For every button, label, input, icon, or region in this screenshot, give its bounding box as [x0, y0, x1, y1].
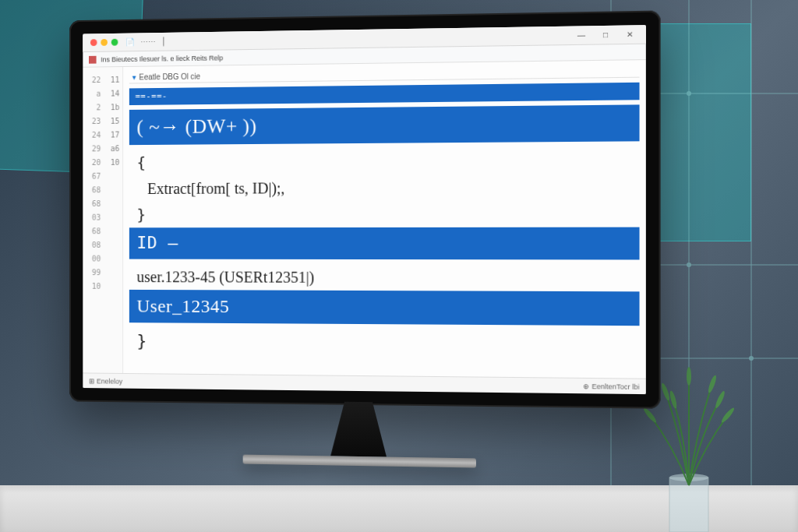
code-final-brace: } — [129, 327, 640, 360]
svg-point-16 — [720, 407, 736, 424]
screen: 📄 ⋯⋯ ⎮ — □ ✕ Ins Bieutecs Ilesuer ls. e … — [83, 25, 646, 394]
code-id-label: ID – — [129, 227, 640, 259]
line-number: 14 — [104, 87, 122, 101]
statusbar-right[interactable]: ⊕ EenltenTocr lbi — [584, 382, 640, 390]
menubar-text[interactable]: Ins Bieutecs Ilesuer ls. e lieck Reits R… — [101, 54, 223, 63]
line-number: 68 — [83, 197, 104, 211]
titlebar-icons: 📄 ⋯⋯ ⎮ — [125, 37, 165, 47]
line-number: 99 — [83, 266, 104, 280]
line-gutter-inner: 11141b1517a610 — [104, 67, 123, 373]
svg-point-13 — [707, 375, 718, 394]
maximize-button[interactable]: □ — [595, 27, 617, 42]
code-pane[interactable]: ▾ Eeatle DBG Ol cie ==-==- ( ~→ (DW+ )) … — [123, 60, 646, 379]
line-number: a6 — [104, 142, 122, 156]
svg-point-17 — [669, 390, 678, 410]
line-number: 24 — [83, 129, 104, 143]
doc-icon: 📄 — [125, 37, 135, 46]
line-number: 23 — [83, 115, 104, 129]
tab-label: Eeatle DBG Ol cie — [139, 72, 200, 82]
code-extract-call: Extract[from[ ts, ID|);, — [129, 173, 640, 202]
line-number: 1b — [104, 100, 122, 115]
code-brace-open: { — [129, 146, 640, 176]
line-number: a — [83, 87, 104, 101]
minimize-dot[interactable] — [101, 39, 108, 46]
tab-mark-icon: ⎮ — [161, 37, 165, 46]
line-number: 15 — [104, 115, 122, 129]
tab-dropdown-icon: ▾ — [132, 73, 136, 82]
line-number: 22 — [83, 73, 104, 87]
svg-point-18 — [714, 390, 726, 409]
statusbar-left[interactable]: ⊞ Eneleloy — [89, 377, 122, 385]
code-brace-close: } — [129, 200, 640, 227]
document-tab[interactable]: ▾ Eeatle DBG Ol cie — [129, 65, 640, 83]
line-gutter-outer: 22a223242920676868036808009910 — [83, 67, 104, 372]
line-number: 11 — [104, 73, 122, 87]
app-icon — [89, 55, 97, 63]
svg-point-7 — [687, 262, 691, 267]
monitor-stand — [312, 401, 405, 457]
maximize-dot[interactable] — [111, 39, 118, 46]
monitor: 📄 ⋯⋯ ⎮ — □ ✕ Ins Bieutecs Ilesuer ls. e … — [62, 16, 655, 467]
svg-point-8 — [749, 356, 754, 361]
win-window-controls: — □ ✕ — [570, 27, 641, 43]
close-dot[interactable] — [90, 39, 97, 46]
mac-window-controls — [90, 39, 118, 46]
line-number: 29 — [83, 142, 104, 156]
svg-point-12 — [660, 382, 671, 402]
line-number: 68 — [83, 224, 104, 238]
svg-point-11 — [669, 474, 708, 481]
line-number: 67 — [83, 170, 104, 184]
line-number: 20 — [83, 156, 104, 170]
svg-point-14 — [687, 367, 691, 386]
line-number: 68 — [83, 183, 104, 197]
line-number: 2 — [83, 101, 104, 115]
line-number: 00 — [83, 252, 104, 266]
line-number: 17 — [104, 129, 122, 143]
line-number: 08 — [83, 238, 104, 252]
editor-area: 22a223242920676868036808009910 11141b151… — [83, 60, 646, 379]
line-number: 10 — [83, 280, 104, 294]
code-separator-line: ==-==- — [129, 83, 640, 106]
line-number: 10 — [104, 156, 122, 170]
monitor-base — [243, 455, 476, 468]
minimize-button[interactable]: — — [570, 28, 593, 43]
code-regex-line: ( ~→ (DW+ )) — [129, 105, 640, 146]
line-number: 03 — [83, 211, 104, 225]
close-button[interactable]: ✕ — [619, 27, 641, 42]
desk-surface — [0, 485, 798, 532]
code-user-sample: user.1233-45 (USERt12351|) — [129, 263, 640, 291]
code-user-result: User_12345 — [129, 290, 640, 326]
title-text: ⋯⋯ — [140, 37, 155, 46]
